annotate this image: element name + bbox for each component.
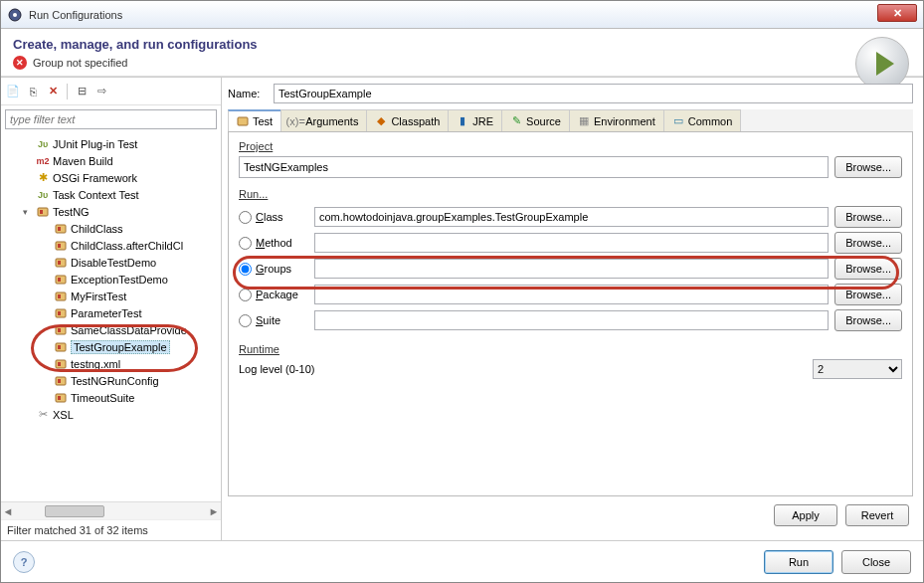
tree-item-task-context-test[interactable]: JυTask Context Test	[1, 186, 221, 203]
window-close-button[interactable]: ✕	[877, 4, 917, 22]
radio-label-suite: Suite	[256, 314, 280, 326]
project-browse-button[interactable]: Browse...	[834, 156, 902, 178]
delete-icon[interactable]: ✕	[45, 84, 61, 99]
config-tree[interactable]: JυJUnit Plug-in Testm2Maven Build✱OSGi F…	[1, 133, 221, 501]
tab-environment[interactable]: ▦Environment	[569, 109, 664, 131]
radio-suite[interactable]	[239, 314, 252, 327]
svg-rect-21	[58, 362, 61, 366]
ng-icon	[54, 323, 68, 337]
tree-item-childclass[interactable]: ChildClass	[1, 220, 221, 237]
tree-item-xsl[interactable]: ✂XSL	[1, 406, 221, 423]
method-input[interactable]	[314, 233, 829, 253]
tree-item-myfirsttest[interactable]: MyFirstTest	[1, 288, 221, 304]
close-icon: ✕	[893, 7, 902, 20]
window-title: Run Configurations	[29, 9, 917, 21]
suite-input[interactable]	[314, 310, 829, 330]
svg-rect-7	[58, 244, 61, 248]
tab-test-body: Project Browse... Run... ClassBrowse...M…	[228, 132, 913, 496]
method-browse-button[interactable]: Browse...	[834, 232, 902, 254]
name-input[interactable]	[274, 84, 913, 103]
project-group: Project Browse...	[239, 140, 902, 178]
groups-input[interactable]	[314, 259, 829, 279]
body: 📄 ⎘ ✕ ⊟ ⇨ JυJUnit Plug-in Testm2Maven Bu…	[1, 77, 923, 540]
tree-item-parametertest[interactable]: ParameterTest	[1, 304, 221, 321]
suite-browse-button[interactable]: Browse...	[834, 309, 902, 331]
tree-item-testngrunconfig[interactable]: TestNGRunConfig	[1, 372, 221, 389]
tab-source[interactable]: ✎Source	[501, 109, 570, 131]
groups-browse-button[interactable]: Browse...	[834, 258, 902, 280]
package-input[interactable]	[314, 285, 829, 304]
tree-hscrollbar[interactable]: ◄ ►	[1, 501, 221, 519]
tree-item-sameclassdataprovide[interactable]: SameClassDataProvide	[1, 321, 221, 338]
tab-icon: ◆	[375, 115, 387, 127]
right-panel: Name: Test(x)=Arguments◆Classpath▮JRE✎So…	[222, 78, 923, 540]
apply-button[interactable]: Apply	[774, 504, 837, 526]
tab-arguments[interactable]: (x)=Arguments	[280, 109, 367, 131]
tab-icon: ▦	[578, 115, 590, 127]
error-row: ✕ Group not specified	[13, 56, 911, 70]
tree-item-maven-build[interactable]: m2Maven Build	[1, 152, 221, 169]
scrollbar-thumb[interactable]	[45, 505, 104, 517]
tree-item-testng[interactable]: ▾TestNG	[1, 203, 221, 220]
class-input[interactable]	[314, 207, 829, 227]
loglevel-select[interactable]: 2	[813, 359, 902, 379]
revert-button[interactable]: Revert	[845, 504, 909, 526]
radio-label-method: Method	[256, 237, 292, 249]
apply-row: Apply Revert	[228, 496, 913, 534]
left-toolbar: 📄 ⎘ ✕ ⊟ ⇨	[1, 78, 221, 105]
tab-test[interactable]: Test	[228, 109, 281, 131]
radio-label-class: Class	[256, 211, 283, 223]
footer: ? Run Close	[1, 540, 923, 582]
collapse-icon[interactable]: ⊟	[74, 84, 90, 99]
project-label: Project	[239, 140, 902, 152]
svg-rect-19	[58, 345, 61, 349]
loglevel-label: Log level (0-10)	[239, 363, 314, 375]
new-config-icon[interactable]: 📄	[5, 84, 21, 99]
svg-rect-15	[58, 311, 61, 315]
titlebar[interactable]: Run Configurations ✕	[1, 1, 923, 29]
tree-item-osgi-framework[interactable]: ✱OSGi Framework	[1, 169, 221, 186]
filter-icon[interactable]: ⇨	[93, 84, 109, 99]
tab-label: Common	[688, 115, 733, 127]
tree-item-label: DisableTestDemo	[71, 257, 156, 269]
close-button[interactable]: Close	[841, 550, 911, 574]
app-icon	[7, 7, 23, 23]
header-title: Create, manage, and run configurations	[13, 37, 911, 52]
run-button[interactable]: Run	[764, 550, 833, 574]
help-button[interactable]: ?	[13, 551, 35, 573]
class-browse-button[interactable]: Browse...	[834, 206, 902, 228]
run-row-class: ClassBrowse...	[239, 204, 902, 230]
tree-item-label: TimeoutSuite	[71, 392, 134, 404]
radio-class[interactable]	[239, 211, 252, 224]
tab-common[interactable]: ▭Common	[663, 109, 742, 131]
radio-groups[interactable]	[239, 263, 252, 276]
tree-item-testng-xml[interactable]: testng.xml	[1, 355, 221, 372]
tree-item-timeoutsuite[interactable]: TimeoutSuite	[1, 389, 221, 406]
tree-item-label: ChildClass.afterChildCl	[71, 240, 183, 252]
ng-icon	[54, 222, 68, 236]
run-configurations-window: Run Configurations ✕ Create, manage, and…	[0, 0, 924, 583]
tree-item-label: TestNG	[53, 206, 90, 218]
filter-box	[5, 109, 217, 129]
radio-label-groups: Groups	[256, 263, 291, 275]
radio-method[interactable]	[239, 237, 252, 250]
tree-item-junit-plug-in-test[interactable]: JυJUnit Plug-in Test	[1, 135, 221, 152]
filter-input[interactable]	[5, 109, 217, 129]
run-group: Run... ClassBrowse...MethodBrowse...Grou…	[239, 188, 902, 333]
radio-package[interactable]	[239, 289, 252, 301]
tree-item-disabletestdemo[interactable]: DisableTestDemo	[1, 254, 221, 271]
ng-icon	[54, 273, 68, 287]
tree-item-testgroupexample[interactable]: TestGroupExample	[1, 338, 221, 355]
tab-icon	[237, 115, 249, 127]
tree-item-childclass-afterchildcl[interactable]: ChildClass.afterChildCl	[1, 237, 221, 254]
project-input[interactable]	[239, 156, 829, 178]
runtime-group: Runtime Log level (0-10) 2	[239, 343, 902, 379]
tab-jre[interactable]: ▮JRE	[448, 109, 502, 131]
tree-item-exceptiontestdemo[interactable]: ExceptionTestDemo	[1, 271, 221, 288]
svg-rect-17	[58, 328, 61, 332]
tree-item-label: ParameterTest	[71, 307, 142, 319]
duplicate-icon[interactable]: ⎘	[25, 84, 41, 99]
tree-item-label: SameClassDataProvide	[71, 324, 187, 336]
tab-classpath[interactable]: ◆Classpath	[366, 109, 449, 131]
package-browse-button[interactable]: Browse...	[834, 284, 902, 305]
